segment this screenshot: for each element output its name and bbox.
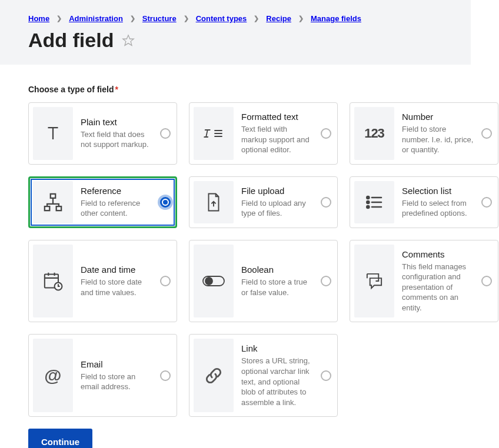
radio-button[interactable]	[321, 197, 331, 208]
calendar-clock-icon	[33, 245, 73, 318]
field-option-title: Boolean	[241, 265, 313, 275]
file-upload-icon	[194, 181, 234, 223]
breadcrumb-item[interactable]: Content types	[196, 14, 247, 23]
breadcrumb-item[interactable]: Administration	[69, 14, 123, 23]
content: Choose a type of field* Plain text Text …	[0, 65, 499, 448]
header-region: Home ❯ Administration ❯ Structure ❯ Cont…	[0, 0, 471, 65]
page-title: Add field	[28, 29, 114, 52]
number-icon: 123	[354, 107, 394, 160]
reference-icon	[33, 181, 73, 223]
field-option-desc: Text field with markup support and optio…	[241, 124, 313, 155]
field-option-email[interactable]: @ Email Field to store an email address.	[28, 334, 177, 417]
field-option-boolean[interactable]: Boolean Field to store a true or false v…	[189, 240, 338, 323]
formatted-text-icon	[194, 107, 234, 160]
text-icon	[33, 107, 73, 160]
field-option-number[interactable]: 123 Number Field to store number. I.e. i…	[350, 102, 498, 165]
page-title-row: Add field	[28, 29, 443, 52]
radio-button[interactable]	[481, 197, 492, 208]
chevron-right-icon: ❯	[184, 15, 189, 22]
at-sign-icon: @	[33, 339, 73, 412]
field-option-title: Date and time	[81, 265, 152, 275]
field-option-desc: Stores a URL string, optional varchar li…	[241, 356, 313, 407]
field-option-comments[interactable]: Comments This field manages configuratio…	[350, 240, 498, 323]
field-option-link[interactable]: Link Stores a URL string, optional varch…	[189, 334, 338, 417]
field-option-desc: Field to store number. I.e. id, price, o…	[402, 124, 474, 155]
svg-marker-0	[123, 35, 134, 45]
chevron-right-icon: ❯	[56, 15, 62, 22]
svg-point-5	[367, 201, 369, 203]
field-option-title: File upload	[241, 186, 313, 196]
radio-button[interactable]	[321, 128, 331, 139]
field-option-desc: Text field that does not support markup.	[81, 129, 152, 150]
field-type-grid: Plain text Text field that does not supp…	[28, 102, 471, 417]
breadcrumb-item[interactable]: Home	[28, 14, 49, 23]
svg-rect-1	[51, 194, 56, 198]
svg-point-4	[367, 196, 369, 199]
radio-button[interactable]	[160, 276, 171, 286]
chevron-right-icon: ❯	[130, 15, 135, 22]
field-option-title: Comments	[402, 249, 474, 259]
field-option-title: Selection list	[402, 186, 474, 196]
link-icon	[194, 339, 234, 412]
field-option-title: Email	[81, 359, 152, 369]
breadcrumb: Home ❯ Administration ❯ Structure ❯ Cont…	[28, 14, 443, 23]
field-option-reference[interactable]: Reference Field to reference other conte…	[28, 176, 177, 228]
field-option-title: Plain text	[81, 117, 152, 127]
radio-button[interactable]	[481, 128, 492, 139]
breadcrumb-item[interactable]: Manage fields	[311, 14, 361, 23]
field-option-title: Link	[241, 343, 313, 353]
breadcrumb-item[interactable]: Structure	[142, 14, 177, 23]
radio-button[interactable]	[160, 128, 171, 139]
toggle-icon	[194, 245, 234, 318]
field-option-desc: Field to store an email address.	[81, 372, 152, 392]
chevron-right-icon: ❯	[254, 15, 259, 22]
radio-button[interactable]	[160, 197, 171, 208]
field-option-plain-text[interactable]: Plain text Text field that does not supp…	[28, 102, 177, 165]
section-label-text: Choose a type of field	[28, 85, 114, 94]
continue-button[interactable]: Continue	[28, 429, 92, 448]
svg-point-10	[205, 278, 212, 285]
radio-button[interactable]	[321, 370, 331, 381]
field-option-selection-list[interactable]: Selection list Field to select from pred…	[350, 176, 498, 228]
required-marker: *	[115, 85, 118, 94]
field-option-title: Formatted text	[241, 112, 313, 122]
field-option-desc: Field to reference other content.	[81, 198, 152, 219]
radio-button[interactable]	[321, 276, 331, 286]
field-option-desc: Field to store date and time values.	[81, 277, 152, 297]
list-icon	[354, 181, 394, 223]
svg-rect-3	[56, 206, 62, 210]
star-icon[interactable]	[122, 34, 135, 47]
field-option-file-upload[interactable]: File upload Field to upload any type of …	[189, 176, 338, 228]
field-option-desc: Field to upload any type of files.	[241, 198, 313, 219]
radio-button[interactable]	[481, 276, 492, 286]
section-label: Choose a type of field*	[28, 85, 471, 94]
radio-button[interactable]	[160, 370, 171, 381]
field-option-desc: Field to store a true or false value.	[241, 277, 313, 297]
comments-icon	[354, 245, 394, 318]
svg-rect-2	[45, 206, 50, 210]
breadcrumb-item[interactable]: Recipe	[266, 14, 291, 23]
field-option-formatted-text[interactable]: Formatted text Text field with markup su…	[189, 102, 338, 165]
chevron-right-icon: ❯	[298, 15, 304, 22]
field-option-desc: This field manages configuration and pre…	[402, 262, 474, 313]
svg-point-6	[367, 206, 369, 208]
field-option-date-time[interactable]: Date and time Field to store date and ti…	[28, 240, 177, 323]
field-option-desc: Field to select from predefined options.	[402, 198, 474, 219]
field-option-title: Number	[402, 112, 474, 122]
field-option-title: Reference	[81, 186, 152, 196]
